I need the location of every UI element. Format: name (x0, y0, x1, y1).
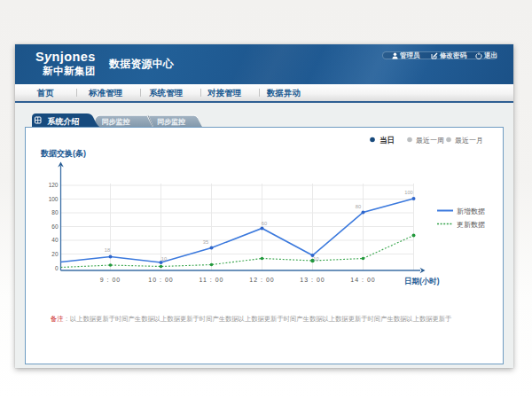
svg-text:9 : 00: 9 : 00 (100, 277, 121, 283)
svg-text:最近一月: 最近一月 (455, 137, 483, 145)
svg-text:14 : 00: 14 : 00 (350, 277, 375, 283)
svg-text:10: 10 (161, 256, 167, 262)
svg-text:备注：以上数据更新于时间产生数据以上数据更新于时间产生数据以: 备注：以上数据更新于时间产生数据以上数据更新于时间产生数据以上数据更新于时间产生… (51, 315, 451, 323)
svg-text:12 : 00: 12 : 00 (249, 277, 274, 283)
svg-text:同步监控: 同步监控 (102, 118, 130, 126)
svg-text:60: 60 (51, 223, 59, 230)
svg-text:10 : 00: 10 : 00 (148, 277, 173, 283)
svg-text:新增数据: 新增数据 (457, 207, 485, 215)
svg-text:80: 80 (51, 209, 59, 215)
svg-text:最近一周: 最近一周 (416, 137, 444, 145)
svg-text:10: 10 (313, 256, 318, 262)
svg-text:11 : 00: 11 : 00 (200, 277, 224, 283)
svg-text:18: 18 (105, 247, 110, 253)
svg-text:40: 40 (51, 237, 59, 243)
svg-text:100: 100 (404, 190, 413, 195)
svg-text:0: 0 (55, 265, 59, 271)
svg-text:35: 35 (203, 239, 208, 245)
svg-text:13 : 00: 13 : 00 (300, 277, 325, 283)
svg-text:更新数据: 更新数据 (457, 221, 485, 229)
svg-text:120: 120 (49, 182, 59, 188)
svg-text:20: 20 (51, 251, 59, 257)
svg-text:同步监控: 同步监控 (157, 118, 185, 126)
svg-text:100: 100 (49, 196, 59, 202)
svg-text:当日: 当日 (379, 136, 395, 145)
svg-text:数据交换(条): 数据交换(条) (40, 149, 86, 158)
svg-text:60: 60 (262, 221, 267, 226)
svg-text:系统介绍: 系统介绍 (47, 117, 80, 126)
svg-text:日期(小时): 日期(小时) (404, 277, 440, 286)
svg-text:80: 80 (356, 204, 361, 209)
